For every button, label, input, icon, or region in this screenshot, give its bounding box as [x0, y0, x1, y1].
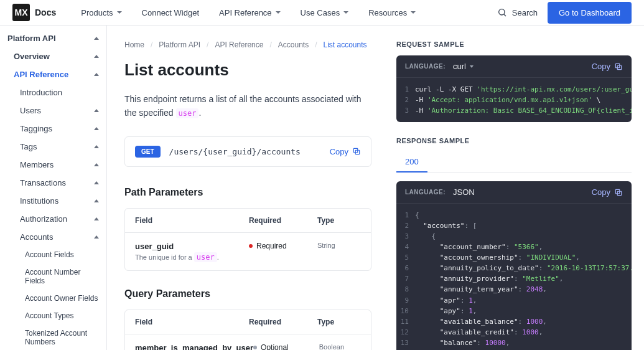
chevron-up-icon — [94, 145, 99, 148]
param-type: Boolean — [319, 343, 361, 350]
page-title: List accounts — [124, 60, 371, 80]
query-params-table: Field Required Type member_is_managed_by… — [124, 310, 371, 350]
breadcrumb-platform-api[interactable]: Platform API — [159, 40, 200, 49]
col-required: Required — [249, 216, 317, 225]
breadcrumb-api-reference[interactable]: API Reference — [215, 40, 263, 49]
path-params-table: Field Required Type user_guidThe unique … — [124, 208, 371, 271]
page-description: This endpoint returns a list of all the … — [124, 92, 371, 120]
chevron-up-icon — [94, 199, 99, 202]
chevron-down-icon — [276, 11, 281, 14]
chevron-up-icon — [94, 163, 99, 166]
chevron-down-icon — [411, 11, 416, 14]
endpoint-path: /users/{user_guid}/accounts — [169, 147, 321, 156]
copy-icon — [614, 188, 623, 197]
tab-200[interactable]: 200 — [396, 152, 427, 173]
sidebar-item-transactions[interactable]: Transactions — [0, 174, 106, 192]
sidebar-item-institutions[interactable]: Institutions — [0, 192, 106, 210]
param-name: member_is_managed_by_user — [135, 343, 253, 350]
sidebar-item-tokenized-account-numbers[interactable]: Tokenized Account Numbers — [0, 324, 106, 350]
chevron-up-icon — [94, 37, 99, 40]
response-sample-heading: RESPONSE SAMPLE — [396, 137, 632, 144]
logo[interactable]: MX Docs — [12, 4, 56, 21]
sidebar: Platform API Overview API Reference Intr… — [0, 26, 107, 350]
request-sample-heading: REQUEST SAMPLE — [396, 40, 632, 48]
query-params-heading: Query Parameters — [124, 288, 371, 300]
sidebar-item-introduction[interactable]: Introduction — [0, 83, 106, 102]
language-json: JSON — [453, 187, 475, 197]
header: MX Docs Products Connect Widget API Refe… — [0, 0, 644, 26]
chevron-up-icon — [94, 235, 99, 239]
language-label: LANGUAGE: — [405, 63, 446, 70]
copy-endpoint-button[interactable]: Copy — [330, 147, 361, 156]
logo-icon: MX — [12, 4, 30, 21]
sidebar-item-account-fields[interactable]: Account Fields — [0, 246, 106, 263]
sidebar-item-taggings[interactable]: Taggings — [0, 120, 106, 138]
response-code-block: LANGUAGE: JSON Copy 1{2 "accounts": [3 {… — [396, 181, 632, 350]
method-chip: GET — [135, 146, 161, 158]
col-required: Required — [249, 318, 317, 326]
nav-resources[interactable]: Resources — [368, 8, 416, 17]
chevron-down-icon — [470, 65, 474, 68]
sidebar-api-reference[interactable]: API Reference — [0, 65, 106, 83]
param-required: Optional — [253, 343, 319, 350]
language-label: LANGUAGE: — [405, 189, 446, 196]
copy-request-button[interactable]: Copy — [592, 62, 623, 71]
chevron-up-icon — [94, 109, 99, 112]
col-type: Type — [317, 216, 361, 225]
chevron-up-icon — [94, 73, 99, 76]
sidebar-item-members[interactable]: Members — [0, 156, 106, 174]
language-select[interactable]: curl — [453, 62, 474, 71]
breadcrumb-home[interactable]: Home — [124, 40, 144, 49]
param-required: Required — [249, 242, 317, 250]
sidebar-item-account-owner-fields[interactable]: Account Owner Fields — [0, 290, 106, 307]
response-tabs: 200 — [396, 152, 632, 173]
param-row: member_is_managed_by_userList only accou… — [125, 334, 371, 350]
request-code-block: LANGUAGE: curl Copy 1curl -L -X GET 'htt… — [396, 55, 632, 122]
breadcrumb-current: List accounts — [324, 40, 367, 49]
chevron-down-icon — [117, 11, 122, 14]
nav-connect-widget[interactable]: Connect Widget — [142, 8, 200, 17]
param-desc: The unique id for a user. — [135, 253, 249, 262]
chevron-up-icon — [94, 55, 99, 58]
nav: Products Connect Widget API Reference Us… — [81, 8, 497, 17]
param-name: user_guid — [135, 242, 249, 251]
param-type: String — [317, 242, 361, 249]
chevron-up-icon — [94, 181, 99, 184]
main-content: Home/ Platform API/ API Reference/ Accou… — [107, 26, 389, 350]
nav-use-cases[interactable]: Use Cases — [301, 8, 349, 17]
side-panel: REQUEST SAMPLE LANGUAGE: curl Copy 1curl… — [389, 26, 644, 350]
chevron-up-icon — [94, 127, 99, 130]
chevron-up-icon — [94, 217, 99, 220]
dashboard-button[interactable]: Go to Dashboard — [548, 2, 632, 24]
sidebar-platform-api[interactable]: Platform API — [0, 29, 106, 47]
sidebar-item-tags[interactable]: Tags — [0, 138, 106, 156]
col-field: Field — [135, 318, 249, 326]
param-row: user_guidThe unique id for a user.Requir… — [125, 232, 371, 270]
inline-code-user: user — [176, 108, 199, 118]
sidebar-item-authorization[interactable]: Authorization — [0, 210, 106, 228]
sidebar-item-account-number-fields[interactable]: Account Number Fields — [0, 263, 106, 290]
col-type: Type — [317, 318, 361, 326]
breadcrumb-accounts[interactable]: Accounts — [278, 40, 309, 49]
sidebar-overview[interactable]: Overview — [0, 47, 106, 65]
search-button[interactable]: Search — [497, 7, 538, 17]
nav-api-reference[interactable]: API Reference — [219, 8, 281, 17]
svg-point-0 — [498, 9, 504, 15]
chevron-down-icon — [343, 11, 348, 14]
copy-icon — [614, 62, 623, 71]
search-icon — [497, 7, 507, 17]
breadcrumb: Home/ Platform API/ API Reference/ Accou… — [124, 40, 371, 49]
col-field: Field — [135, 216, 249, 225]
copy-icon — [352, 147, 361, 156]
sidebar-item-users[interactable]: Users — [0, 102, 106, 120]
path-params-heading: Path Parameters — [124, 187, 371, 198]
logo-text: Docs — [35, 7, 56, 17]
svg-line-1 — [503, 14, 505, 16]
copy-response-button[interactable]: Copy — [592, 187, 623, 197]
endpoint-box: GET /users/{user_guid}/accounts Copy — [124, 136, 371, 167]
sidebar-item-accounts[interactable]: Accounts — [0, 228, 106, 246]
sidebar-item-account-types[interactable]: Account Types — [0, 307, 106, 324]
nav-products[interactable]: Products — [81, 8, 121, 17]
